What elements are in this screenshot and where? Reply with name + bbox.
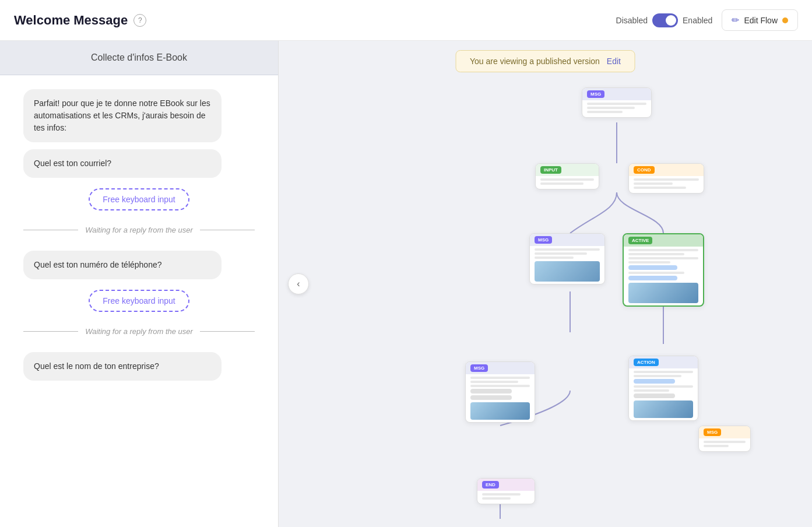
flow-canvas[interactable]: MSG INPUT	[279, 76, 812, 527]
collapse-icon: ‹	[297, 279, 300, 289]
flow-node-6[interactable]: MSG	[465, 361, 535, 423]
header-left: Welcome Message ?	[14, 13, 146, 28]
edit-published-link[interactable]: Edit	[607, 57, 621, 66]
node-tag-2: INPUT	[540, 166, 561, 174]
edit-flow-button[interactable]: ✏ Edit Flow	[722, 9, 798, 31]
panel-header: Collecte d'infos E-Book	[0, 41, 278, 75]
node-btn-5	[634, 379, 675, 384]
chat-bubble-1: Parfait! pour que je te donne notre EBoo…	[23, 89, 222, 142]
left-panel: Collecte d'infos E-Book Parfait! pour qu…	[0, 41, 279, 527]
chat-bubble-2: Quel est ton courriel?	[23, 149, 222, 178]
node-btn-4	[470, 395, 512, 400]
toggle-group: Disabled Enabled	[616, 13, 713, 27]
node-btn-3	[470, 389, 512, 394]
node-tag-3: COND	[634, 166, 655, 174]
flow-connector-svg	[279, 76, 812, 527]
enabled-toggle[interactable]	[652, 13, 678, 27]
flow-node-2[interactable]: INPUT	[535, 163, 599, 189]
main-layout: Collecte d'infos E-Book Parfait! pour qu…	[0, 41, 812, 527]
panel-title: Collecte d'infos E-Book	[91, 52, 187, 62]
node-btn-6	[634, 394, 675, 398]
edit-flow-label: Edit Flow	[744, 16, 778, 25]
page-title: Welcome Message	[14, 13, 128, 28]
header-right: Disabled Enabled ✏ Edit Flow	[616, 9, 798, 31]
disabled-label: Disabled	[616, 16, 648, 25]
node-tag-9: MSG	[704, 428, 721, 436]
chat-bubble-3: Quel est ton numéro de téléphone?	[23, 251, 222, 279]
status-dot	[782, 17, 788, 23]
enabled-label: Enabled	[683, 16, 712, 25]
right-panel: ‹ You are viewing a published version Ed…	[279, 41, 812, 527]
flow-node-3[interactable]: COND	[628, 163, 704, 194]
edit-flow-icon: ✏	[732, 15, 739, 26]
waiting-divider-2: Waiting for a reply from the user	[23, 327, 255, 336]
flow-node-9[interactable]: MSG	[698, 426, 751, 452]
node-tag-1: MSG	[587, 90, 604, 98]
flow-node-1[interactable]: MSG	[582, 87, 652, 118]
node-image-4	[634, 400, 693, 418]
node-btn-1	[628, 265, 677, 270]
node-image-3	[470, 402, 530, 420]
panel-content: Parfait! pour que je te donne notre EBoo…	[0, 75, 278, 402]
flow-node-4[interactable]: MSG	[529, 233, 605, 284]
free-keyboard-input-2[interactable]: Free keyboard input	[89, 290, 189, 312]
node-tag-8: ACTION	[634, 359, 659, 366]
node-tag-6: MSG	[470, 364, 488, 372]
flow-node-5[interactable]: ACTIVE	[623, 233, 704, 307]
node-tag-7: END	[482, 481, 499, 489]
node-btn-2	[628, 276, 677, 280]
header: Welcome Message ? Disabled Enabled ✏ Edi…	[0, 0, 812, 41]
waiting-divider-1: Waiting for a reply from the user	[23, 226, 255, 234]
flow-node-8[interactable]: ACTION	[628, 356, 698, 421]
published-banner: You are viewing a published version Edit	[455, 50, 635, 72]
node-image-1	[535, 261, 600, 282]
node-tag-4: MSG	[535, 236, 552, 244]
chat-bubble-4: Quel est le nom de ton entreprise?	[23, 352, 222, 381]
free-keyboard-input-1[interactable]: Free keyboard input	[89, 188, 189, 210]
node-image-2	[628, 283, 698, 303]
flow-node-7[interactable]: END	[477, 478, 535, 504]
node-tag-5: ACTIVE	[628, 237, 652, 244]
collapse-panel-button[interactable]: ‹	[288, 273, 309, 294]
help-icon[interactable]: ?	[133, 14, 146, 27]
